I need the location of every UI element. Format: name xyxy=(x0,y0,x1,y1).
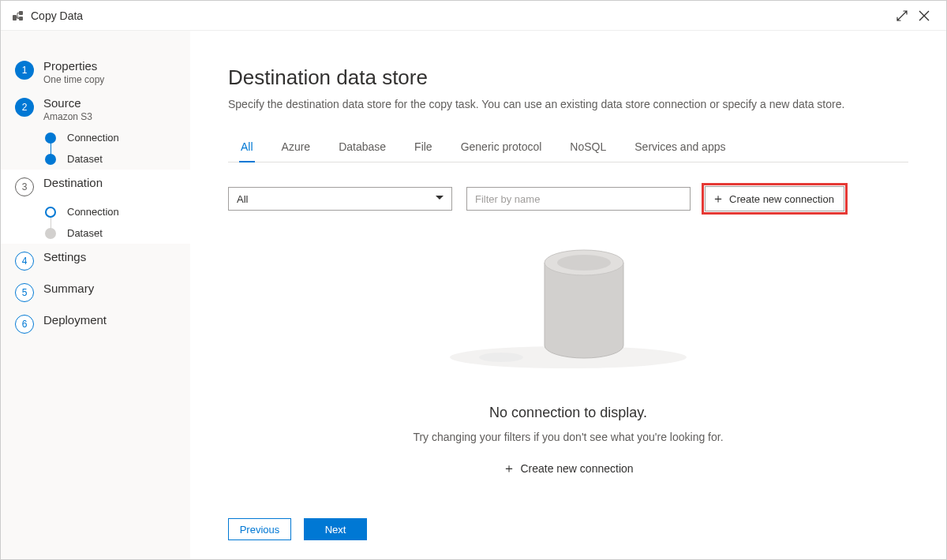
main-panel: Destination data store Specify the desti… xyxy=(190,31,946,559)
substep-destination-connection[interactable]: Connection xyxy=(1,201,190,222)
empty-create-label: Create new connection xyxy=(520,462,633,475)
step-number-badge: 2 xyxy=(15,98,34,117)
substep-source-dataset[interactable]: Dataset xyxy=(1,148,190,170)
connector-category-tabs: All Azure Database File Generic protocol… xyxy=(228,134,908,162)
tab-azure[interactable]: Azure xyxy=(280,134,313,162)
titlebar: Copy Data xyxy=(1,1,946,31)
step-settings[interactable]: 4 Settings xyxy=(1,244,190,275)
svg-point-4 xyxy=(479,353,523,362)
svg-point-7 xyxy=(557,255,611,271)
empty-create-new-connection-button[interactable]: ＋ Create new connection xyxy=(503,462,633,475)
page-description: Specify the destination data store for t… xyxy=(228,98,908,110)
tab-file[interactable]: File xyxy=(413,134,434,162)
svg-rect-0 xyxy=(13,15,17,21)
substep-dot-icon xyxy=(45,154,56,165)
maximize-button[interactable] xyxy=(891,5,913,27)
step-number-badge: 6 xyxy=(15,315,34,334)
substep-dot-icon xyxy=(45,133,56,144)
datastore-illustration-icon xyxy=(426,231,710,381)
step-title: Summary xyxy=(43,282,94,295)
close-button[interactable] xyxy=(913,5,935,27)
next-button[interactable]: Next xyxy=(304,518,367,540)
step-number-badge: 5 xyxy=(15,283,34,302)
substep-label: Connection xyxy=(67,132,119,144)
tab-all[interactable]: All xyxy=(239,134,255,162)
substep-label: Dataset xyxy=(67,227,103,239)
substep-label: Connection xyxy=(67,206,119,218)
step-source[interactable]: 2 Source Amazon S3 xyxy=(1,90,190,127)
step-number-badge: 1 xyxy=(15,61,34,80)
step-title: Properties xyxy=(43,59,104,73)
empty-state: No connection to display. Try changing y… xyxy=(228,196,908,510)
step-title: Source xyxy=(43,96,92,110)
wizard-sidebar: 1 Properties One time copy 2 Source Amaz… xyxy=(1,31,190,559)
wizard-footer: Previous Next xyxy=(228,510,908,551)
destination-substeps: Connection Dataset xyxy=(1,201,190,244)
tab-nosql[interactable]: NoSQL xyxy=(568,134,608,162)
step-properties[interactable]: 1 Properties One time copy xyxy=(1,53,190,90)
step-number-badge: 4 xyxy=(15,252,34,271)
step-deployment[interactable]: 6 Deployment xyxy=(1,307,190,338)
tab-generic-protocol[interactable]: Generic protocol xyxy=(459,134,544,162)
category-filter-select-input[interactable]: All xyxy=(228,187,452,211)
page-heading: Destination data store xyxy=(228,65,908,90)
svg-rect-2 xyxy=(19,17,23,21)
step-subtitle: Amazon S3 xyxy=(43,111,92,122)
source-substeps: Connection Dataset xyxy=(1,127,190,170)
category-filter-select[interactable]: All xyxy=(228,187,452,211)
svg-rect-1 xyxy=(19,11,23,15)
copy-data-icon xyxy=(12,9,24,22)
substep-dot-icon xyxy=(45,207,56,218)
plus-icon: ＋ xyxy=(503,462,515,475)
step-title: Destination xyxy=(43,176,103,189)
step-subtitle: One time copy xyxy=(43,74,104,85)
empty-state-hint: Try changing your filters if you don't s… xyxy=(413,431,723,443)
step-summary[interactable]: 5 Summary xyxy=(1,275,190,307)
tab-database[interactable]: Database xyxy=(337,134,387,162)
previous-button[interactable]: Previous xyxy=(228,518,291,540)
tab-services-and-apps[interactable]: Services and apps xyxy=(633,134,727,162)
substep-dot-icon xyxy=(45,228,56,239)
window-title: Copy Data xyxy=(31,9,83,22)
step-destination[interactable]: 3 Destination xyxy=(1,170,190,201)
substep-destination-dataset[interactable]: Dataset xyxy=(1,222,190,244)
step-title: Deployment xyxy=(43,313,107,327)
substep-label: Dataset xyxy=(67,153,103,165)
substep-source-connection[interactable]: Connection xyxy=(1,127,190,148)
step-number-badge: 3 xyxy=(15,177,34,196)
empty-state-headline: No connection to display. xyxy=(489,405,647,421)
step-title: Settings xyxy=(43,250,86,263)
